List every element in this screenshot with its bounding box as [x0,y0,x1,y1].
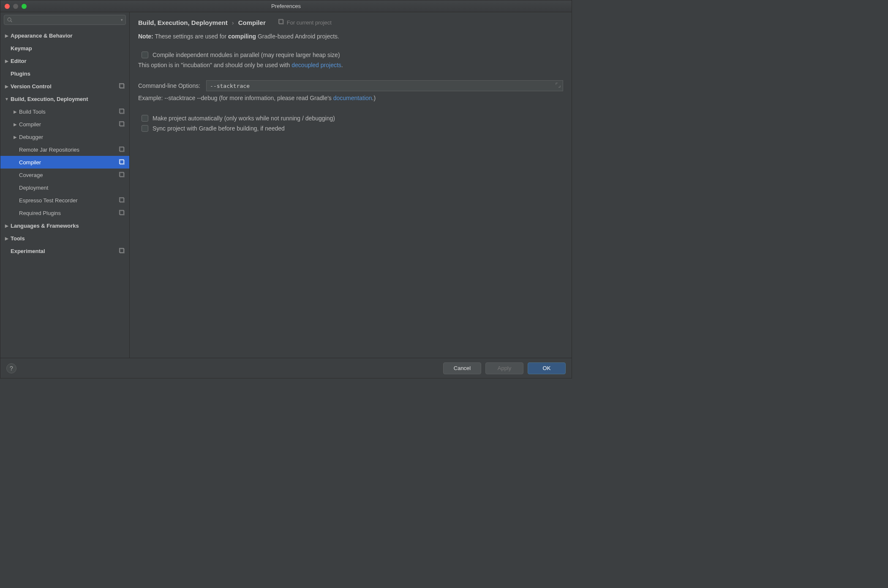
tree-arrow-icon: ▶ [11,135,19,139]
main-panel: Build, Execution, Deployment › Compiler … [130,12,572,358]
search-input[interactable] [14,17,119,23]
parallel-compile-row[interactable]: Compile independent modules in parallel … [138,50,563,60]
tree-item-label: Build, Execution, Deployment [11,96,125,102]
tree-item-label: Required Plugins [19,210,119,216]
note-text-suffix: Gradle-based Android projects. [256,33,339,40]
footer: ? Cancel Apply OK [0,358,572,378]
example-line: Example: --stacktrace --debug (for more … [138,95,563,101]
search-icon [7,17,13,23]
incubation-suffix: . [341,62,343,68]
cancel-button[interactable]: Cancel [443,362,481,374]
tree-item-label: Version Control [11,83,119,90]
make-auto-row[interactable]: Make project automatically (only works w… [138,113,563,123]
tree-item[interactable]: Experimental [0,245,129,257]
tree-arrow-icon: ▶ [3,59,11,63]
tree-item[interactable]: ▶Version Control [0,80,129,93]
breadcrumb-row: Build, Execution, Deployment › Compiler … [138,19,563,26]
tree-item[interactable]: Deployment [0,181,129,194]
tree-item-label: Compiler [19,121,119,128]
tree-arrow-icon: ▼ [3,97,11,101]
tree-item[interactable]: ▶Build Tools [0,105,129,118]
cmd-options-input[interactable] [206,80,563,91]
ok-button[interactable]: OK [528,362,566,374]
make-auto-label: Make project automatically (only works w… [153,115,335,122]
tree-item[interactable]: Plugins [0,67,129,80]
tree-item-label: Appearance & Behavior [11,33,125,39]
tree-arrow-icon: ▶ [3,33,11,38]
tree-item-label: Experimental [11,248,119,254]
note-text-prefix: These settings are used for [153,33,228,40]
svg-line-1 [11,21,12,22]
make-auto-checkbox[interactable] [142,115,148,122]
cmd-options-row: Command-line Options: [138,80,563,91]
preferences-window: Preferences ▾ ▶Appearance & BehaviorKeym… [0,0,572,378]
svg-point-0 [8,18,11,21]
tree-item-label: Espresso Test Recorder [19,197,119,204]
help-button[interactable]: ? [6,363,16,373]
minimize-window-button[interactable] [13,4,18,9]
project-scope-icon [119,109,125,114]
breadcrumb: Build, Execution, Deployment › Compiler [138,19,266,26]
maximize-window-button[interactable] [22,4,27,9]
tree-item[interactable]: ▶Compiler [0,118,129,131]
tree-arrow-icon: ▶ [3,223,11,228]
search-box[interactable]: ▾ [4,15,126,25]
tree-item[interactable]: Espresso Test Recorder [0,194,129,207]
example-suffix: .) [372,95,376,101]
tree-item[interactable]: ▶Tools [0,232,129,245]
tree-item-label: Tools [11,235,125,242]
note-line: Note: These settings are used for compil… [138,33,563,40]
tree-item[interactable]: Compiler [0,156,129,169]
window-body: ▾ ▶Appearance & BehaviorKeymap▶EditorPlu… [0,12,572,358]
search-wrap: ▾ [0,12,129,27]
tree-arrow-icon: ▶ [3,236,11,241]
apply-button[interactable]: Apply [485,362,523,374]
tree-arrow-icon: ▶ [11,109,19,114]
tree-item-label: Coverage [19,172,119,178]
tree-item-label: Build Tools [19,109,119,115]
window-controls [0,4,27,9]
tree-item[interactable]: Required Plugins [0,207,129,219]
tree-item-label: Keymap [11,45,125,52]
decoupled-projects-link[interactable]: decoupled projects [291,62,341,68]
tree-arrow-icon: ▶ [11,122,19,127]
tree-item-label: Languages & Frameworks [11,223,125,229]
tree-item[interactable]: ▶Languages & Frameworks [0,219,129,232]
tree-item-label: Deployment [19,185,125,191]
tree-item-label: Compiler [19,159,119,166]
parallel-compile-checkbox[interactable] [142,52,148,58]
project-scope-icon [119,83,125,89]
tree-item[interactable]: Coverage [0,169,129,181]
project-scope-icon [119,121,125,127]
project-scope-icon [278,19,284,26]
tree-item[interactable]: ▶Debugger [0,131,129,143]
settings-tree[interactable]: ▶Appearance & BehaviorKeymap▶EditorPlugi… [0,27,129,358]
cmd-options-label: Command-line Options: [138,82,200,89]
sync-gradle-row[interactable]: Sync project with Gradle before building… [138,123,563,133]
tree-item[interactable]: Keymap [0,42,129,54]
tree-item-label: Editor [11,58,125,64]
documentation-link[interactable]: documentation [333,95,372,101]
project-scope-icon [119,159,125,165]
chevron-down-icon: ▾ [121,18,123,22]
tree-item[interactable]: Remote Jar Repositories [0,143,129,156]
tree-item-label: Debugger [19,134,125,140]
breadcrumb-separator: › [232,19,234,26]
note-strong: compiling [228,33,256,40]
tree-item[interactable]: ▼Build, Execution, Deployment [0,93,129,105]
tree-item-label: Remote Jar Repositories [19,147,119,153]
close-window-button[interactable] [5,4,10,9]
scope-note-label: For current project [287,19,332,26]
tree-item[interactable]: ▶Editor [0,54,129,67]
note-label: Note: [138,33,153,40]
titlebar: Preferences [0,0,572,12]
incubation-note: This option is in "incubation" and shoul… [138,60,563,68]
project-scope-icon [119,147,125,152]
sidebar: ▾ ▶Appearance & BehaviorKeymap▶EditorPlu… [0,12,130,358]
project-scope-icon [119,172,125,178]
window-title: Preferences [0,3,572,9]
breadcrumb-parent: Build, Execution, Deployment [138,19,228,26]
sync-gradle-checkbox[interactable] [142,125,148,132]
tree-item[interactable]: ▶Appearance & Behavior [0,29,129,42]
project-scope-icon [119,210,125,216]
